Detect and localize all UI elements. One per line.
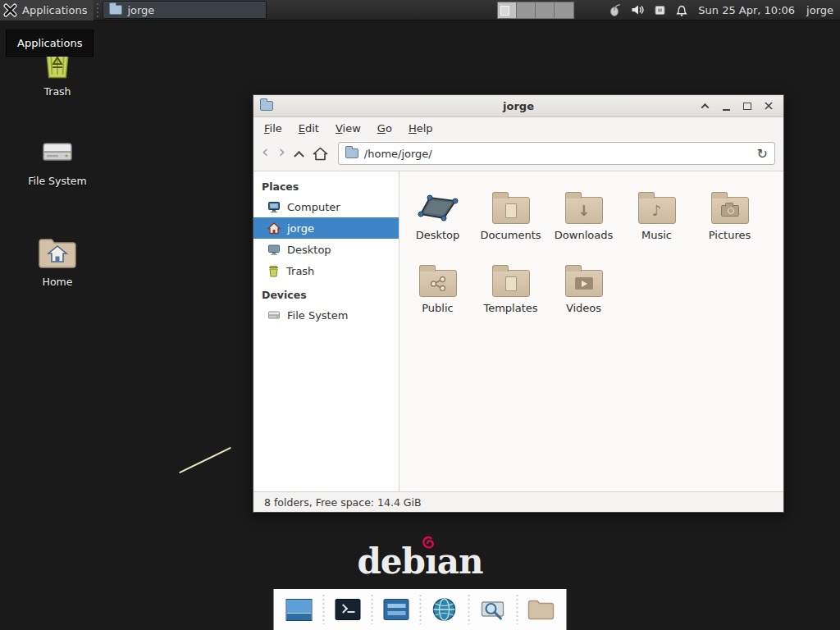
sidebar-item-label: jorge [287,222,314,235]
shade-button[interactable] [696,98,713,114]
session-user-menu[interactable]: jorge [806,4,833,16]
computer-icon [267,201,281,213]
folder-templates-icon [492,270,530,297]
menubar: File Edit View Go Help [253,117,783,139]
sidebar-item-jorge[interactable]: jorge [253,217,399,239]
reload-button[interactable]: ↻ [757,146,768,162]
sidebar-item-trash[interactable]: Trash [253,260,399,281]
menu-help[interactable]: Help [401,120,441,137]
folder-downloads-icon: ↓ [565,197,603,224]
file-item-documents[interactable]: Documents [474,180,547,241]
back-button[interactable]: ‹ [262,144,268,161]
desktop: Applications jorge [0,0,840,630]
sidebar-item-file-system[interactable]: File System [253,304,399,326]
file-label: Templates [483,302,537,314]
home-button[interactable] [313,147,328,161]
workspace-2[interactable] [517,2,536,18]
dock-separator [419,595,422,624]
file-label: Pictures [709,229,751,241]
file-label: Desktop [416,229,460,241]
dock-separator [516,595,518,624]
panel-handle[interactable] [95,3,99,17]
close-button[interactable]: × [760,98,777,114]
logo-text-post: an [437,541,483,582]
up-button[interactable] [295,150,303,158]
file-item-public[interactable]: Public [401,253,474,314]
desktop-icon [267,244,281,256]
workspace-4[interactable] [555,2,573,18]
file-manager-window: jorge × File Edit View Go Help ‹ › [253,94,784,513]
dock-separator [468,595,470,624]
workspace-3[interactable] [536,2,555,18]
home-icon [267,222,281,235]
menu-go[interactable]: Go [370,120,399,137]
file-label: Music [641,229,672,241]
sidebar: Places Computer jorge [253,171,399,491]
windows-icon [383,599,409,620]
app-finder-icon [481,597,505,622]
minimize-button[interactable] [718,98,734,114]
debian-logo: debı an [357,541,482,582]
file-label: Videos [566,302,601,314]
home-folder-icon [38,235,77,271]
file-item-videos[interactable]: Videos [547,253,620,314]
window-controls: × [696,98,777,114]
menu-file[interactable]: File [257,120,290,137]
web-browser-launcher[interactable] [429,596,460,623]
window-content: Places Computer jorge [253,171,783,491]
mouse-icon[interactable] [609,3,622,16]
file-item-desktop[interactable]: Desktop [401,180,474,241]
terminal-launcher[interactable] [332,596,363,623]
sidebar-item-label: Trash [286,265,314,277]
desktop-icon-label: File System [28,175,87,187]
location-bar[interactable]: /home/jorge/ ↻ [338,142,775,165]
taskbar-item-label: jorge [127,4,154,16]
applications-menu-button[interactable]: Applications [0,0,94,21]
titlebar[interactable]: jorge × [253,95,783,117]
statusbar: 8 folders, Free space: 14.4 GiB [253,491,783,512]
trash-icon [267,265,280,277]
dock-separator [322,595,325,624]
forward-button[interactable]: › [278,144,285,161]
sidebar-item-desktop[interactable]: Desktop [253,239,399,260]
menu-edit[interactable]: Edit [291,120,326,137]
desktop-icon-file-system[interactable]: File System [15,134,100,187]
volume-icon[interactable] [631,3,645,16]
stray-line-artifact [179,447,231,473]
desktop-icon-label: Trash [43,85,71,98]
sidebar-item-label: File System [287,309,348,322]
file-label: Documents [480,229,541,241]
bottom-dock [274,589,567,630]
workspace-1[interactable] [498,2,517,18]
top-panel: Applications jorge [0,0,840,21]
app-finder-launcher[interactable] [477,596,509,623]
clock[interactable]: Sun 25 Apr, 10:06 [698,4,795,16]
package-icon[interactable] [654,4,666,16]
file-item-downloads[interactable]: ↓ Downloads [547,180,620,241]
drive-icon [267,309,281,321]
drive-icon [39,134,75,170]
window-folder-icon [260,101,273,111]
folder-icon [109,5,122,15]
folder-pictures-icon [711,197,749,224]
show-desktop-icon [286,599,313,621]
maximize-button[interactable] [739,98,756,114]
folder-public-icon [419,270,457,297]
file-item-templates[interactable]: Templates [474,253,547,314]
file-manager-launcher[interactable] [526,596,557,623]
menu-view[interactable]: View [328,120,368,137]
file-grid: Desktop Documents ↓ [399,171,783,491]
taskbar-item-jorge[interactable]: jorge [103,1,267,19]
windows-launcher[interactable] [381,596,412,623]
file-manager-icon [527,598,555,621]
sidebar-item-computer[interactable]: Computer [253,196,399,217]
file-item-music[interactable]: ♪ Music [620,180,693,241]
file-item-pictures[interactable]: Pictures [693,180,766,241]
desktop-icon-home[interactable]: Home [15,235,100,288]
location-path[interactable]: /home/jorge/ [364,148,751,160]
web-browser-icon [432,597,457,622]
bell-icon[interactable] [675,3,688,16]
sidebar-header-places: Places [253,176,399,196]
workspace-pager[interactable] [497,2,574,19]
show-desktop-button[interactable] [284,596,315,623]
